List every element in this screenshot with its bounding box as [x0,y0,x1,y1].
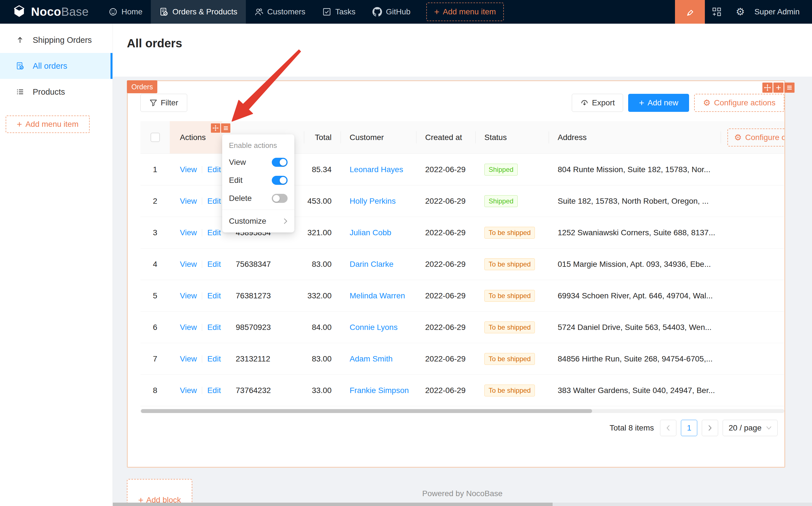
customer-cell: Holly Perkins [341,197,416,206]
sidebar-item-products[interactable]: Products [0,79,113,105]
configure-actions-button[interactable]: ⚙ Configure actions [694,94,784,112]
select-all-checkbox[interactable] [151,133,160,142]
sidebar: Shipping Orders All orders Products + [0,24,113,506]
edit-link[interactable]: Edit [207,323,221,332]
pagination-page-1[interactable]: 1 [681,420,697,436]
view-link[interactable]: View [180,260,197,269]
customize-menu-item[interactable]: Customize [222,212,294,230]
order-no-cell: 23132112 [222,354,304,363]
customer-link[interactable]: Holly Perkins [350,197,395,206]
settings-button[interactable]: ⚙ [729,0,752,24]
sidebar-item-all-orders[interactable]: All orders [0,53,113,79]
status-cell: To be shipped [475,322,549,333]
view-toggle[interactable] [272,158,288,167]
row-index: 8 [140,386,170,395]
view-link[interactable]: View [180,323,197,332]
pagination-prev-button[interactable] [660,420,676,436]
action-divider [202,324,202,331]
status-badge: To be shipped [485,353,535,365]
page-scrollbar-thumb[interactable] [113,503,552,506]
status-cell: Shipped [475,195,549,207]
customer-cell: Connie Lyons [341,323,416,332]
sidebar-item-shipping-orders[interactable]: Shipping Orders [0,27,113,53]
header-cell-select-all [140,121,170,154]
drag-handle-icon[interactable] [762,83,772,93]
edit-link[interactable]: Edit [207,291,221,300]
gear-icon: ⚙ [734,133,742,142]
filter-button[interactable]: Filter [140,94,187,112]
nav-item-orders-products[interactable]: Orders & Products [151,0,245,24]
nav-add-menu-item-button[interactable]: + Add menu item [426,3,504,21]
row-actions: ViewEdit [170,197,222,206]
edit-link[interactable]: Edit [207,197,221,206]
drag-handle-icon[interactable] [211,123,220,133]
action-divider [202,355,202,362]
block-menu-icon[interactable] [784,83,795,93]
user-menu[interactable]: Super Admin [752,7,812,16]
nav-item-github[interactable]: GitHub [364,0,419,24]
edit-link[interactable]: Edit [207,165,221,174]
row-index: 1 [140,165,170,174]
view-link[interactable]: View [180,291,197,300]
status-cell: To be shipped [475,385,549,397]
actions-column-menu-icon[interactable] [221,123,230,133]
row-index: 6 [140,323,170,332]
customer-link[interactable]: Melinda Warren [350,291,405,300]
page-size-select[interactable]: 20 / page [723,420,778,436]
edit-link[interactable]: Edit [207,386,221,395]
table-row: 5ViewEdit76381273332.00Melinda Warren202… [140,280,784,312]
header-cell-configure: ⚙ Configure columns [721,121,784,154]
pagination-next-button[interactable] [702,420,718,436]
table-scrollbar-thumb[interactable] [141,409,592,413]
customer-link[interactable]: Darin Clarke [350,260,393,269]
edit-link[interactable]: Edit [207,354,221,363]
customer-link[interactable]: Connie Lyons [350,323,397,332]
toggle-knob [273,195,280,202]
customer-link[interactable]: Leonard Hayes [350,165,403,174]
ui-editor-button[interactable] [675,0,705,24]
view-link[interactable]: View [180,165,197,174]
status-badge: To be shipped [485,322,535,333]
table-row: 8ViewEdit7376423233.00Frankie Simpson202… [140,375,784,406]
address-cell: 5724 Daniel Drive, Suite 563, 54403, Wen… [549,323,721,332]
plus-icon: + [434,7,440,16]
address-cell: Suite 182, 15783, North Robert, Oregon, … [549,197,721,206]
view-link[interactable]: View [180,197,197,206]
edit-link[interactable]: Edit [207,260,221,269]
file-done-icon [16,62,24,70]
add-block-icon[interactable]: + [773,83,784,93]
customer-link[interactable]: Julian Cobb [350,228,391,237]
total-cell: 83.00 [304,260,341,269]
order-no-cell: 75638347 [222,260,304,269]
nav-item-tasks[interactable]: Tasks [314,0,364,24]
row-actions: ViewEdit [170,228,222,237]
view-link[interactable]: View [180,354,197,363]
nocobase-logo[interactable]: NocoBase [0,5,100,19]
nav-item-customers[interactable]: Customers [246,0,314,24]
customer-cell: Julian Cobb [341,228,416,237]
sidebar-add-menu-item-button[interactable]: + Add menu item [6,115,90,133]
edit-link[interactable]: Edit [207,228,221,237]
row-actions: ViewEdit [170,386,222,395]
created-at-cell: 2022-06-29 [416,197,475,206]
view-link[interactable]: View [180,228,197,237]
check-square-icon [322,7,331,16]
edit-toggle[interactable] [272,176,288,185]
delete-toggle[interactable] [272,194,288,203]
customer-link[interactable]: Adam Smith [350,354,393,363]
nav-item-home[interactable]: Home [100,0,151,24]
view-link[interactable]: View [180,386,197,395]
address-cell: 69934 Schoen River, Apt. 646, 49704, Wal… [549,291,721,300]
configure-columns-button[interactable]: ⚙ Configure columns [727,129,784,147]
row-index: 2 [140,197,170,206]
export-button[interactable]: Export [572,94,623,112]
row-index: 5 [140,291,170,300]
dropdown-item-label: Edit [229,176,242,185]
dropdown-item-label: Delete [229,194,252,203]
customer-link[interactable]: Frankie Simpson [350,386,409,395]
dropdown-divider [222,209,294,210]
customer-cell: Adam Smith [341,354,416,363]
row-actions: ViewEdit [170,260,222,269]
plugin-manager-button[interactable] [705,0,729,24]
add-new-button[interactable]: + Add new [628,94,689,112]
